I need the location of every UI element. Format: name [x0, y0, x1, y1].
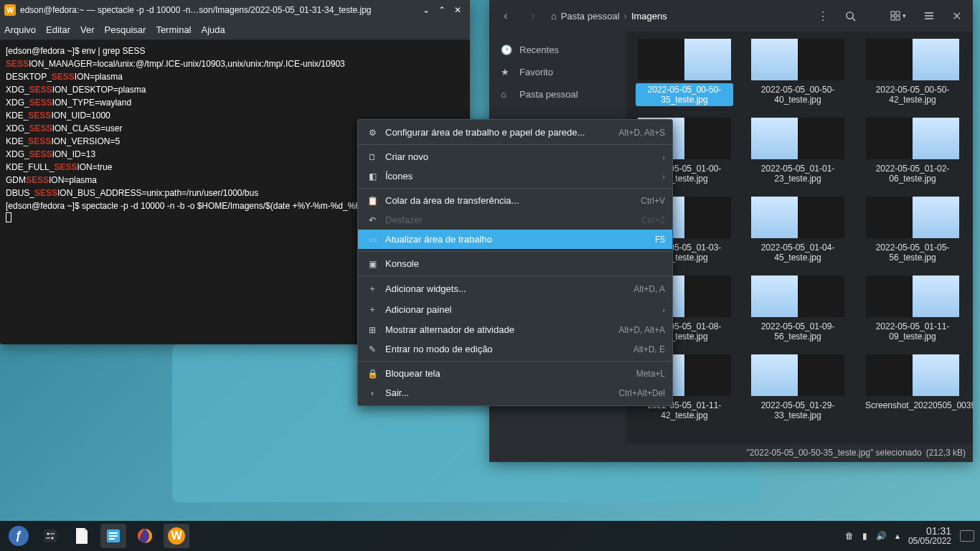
sidebar-item[interactable]: 🕑Recentes: [489, 39, 626, 61]
menu-view[interactable]: Ver: [80, 24, 95, 35]
menu-item-label: Atualizar área de trabalho: [385, 234, 655, 245]
task-text-editor[interactable]: [69, 524, 95, 548]
search-button[interactable]: [838, 4, 862, 27]
fm-close-button[interactable]: ✕: [944, 4, 969, 27]
context-menu-item: ↶DesfazerCtrl+Z: [358, 210, 672, 230]
file-label: 2022-05-05_01-01-23_teste.jpg: [749, 162, 847, 185]
menu-item-label: Ícones: [385, 171, 662, 182]
sidebar-item[interactable]: ★Favorito: [489, 61, 626, 83]
context-menu-item[interactable]: ＋Adicionar painel›: [358, 299, 672, 320]
chevron-right-icon: ›: [662, 172, 665, 181]
file-item[interactable]: Screenshot_20220505_003954.: [859, 352, 966, 425]
menu-item-label: Adicionar painel: [385, 304, 662, 315]
menu-item-icon: ＋: [365, 303, 380, 316]
file-item[interactable]: 2022-05-05_01-04-45_teste.jpg: [746, 194, 849, 267]
menu-item-icon: 🗋: [365, 152, 380, 162]
svg-rect-16: [109, 535, 118, 537]
svg-rect-15: [109, 532, 118, 534]
file-thumbnail: [751, 354, 844, 396]
menu-search[interactable]: Pesquisar: [105, 24, 146, 35]
konsole-icon: W: [168, 527, 185, 545]
file-thumbnail: [751, 118, 844, 159]
taskbar: ƒ W 🗑 ▮ 🔊 ▴ 01:31 05/05/2022: [0, 521, 980, 551]
crumb-images[interactable]: Imagens: [631, 11, 667, 22]
task-system-settings[interactable]: [37, 524, 63, 548]
context-menu-item[interactable]: ＋Adicionar widgets...Alt+D, A: [358, 278, 672, 299]
file-item[interactable]: 2022-05-05_01-02-06_teste.jpg: [859, 115, 966, 188]
file-item[interactable]: 2022-05-05_01-29-33_teste.jpg: [746, 352, 849, 425]
file-item[interactable]: 2022-05-05_00-50-42_teste.jpg: [859, 36, 966, 109]
context-menu-item[interactable]: 📋Colar da área de transferência...Ctrl+V: [358, 191, 672, 210]
menu-button[interactable]: ⋮: [811, 4, 835, 27]
menu-item-shortcut: Ctrl+V: [641, 196, 665, 206]
menu-item-shortcut: Alt+D, Alt+A: [618, 325, 665, 335]
menu-edit[interactable]: Editar: [46, 24, 70, 35]
context-menu-item[interactable]: ◧Ícones›: [358, 166, 672, 186]
minimize-icon[interactable]: ⌄: [418, 2, 434, 18]
crumb-home[interactable]: Pasta pessoal: [561, 11, 620, 22]
terminal-titlebar[interactable]: W edson@fedora:~ — spectacle -p -d 10000…: [0, 0, 470, 20]
icon-view-button[interactable]: ▾: [882, 4, 914, 27]
chevron-right-icon: ›: [662, 153, 665, 161]
sidebar-icon: ★: [501, 67, 512, 77]
task-dolphin[interactable]: [100, 524, 126, 548]
file-thumbnail: [751, 39, 844, 80]
fedora-icon: ƒ: [9, 526, 29, 546]
menu-item-label: Desfazer: [385, 215, 641, 225]
context-menu-item[interactable]: 🔒Bloquear telaMeta+L: [358, 364, 672, 383]
menu-item-icon: ▭: [365, 235, 380, 245]
file-item[interactable]: 2022-05-05_01-01-23_teste.jpg: [746, 115, 849, 188]
file-item[interactable]: 2022-05-05_00-50-40_teste.jpg: [746, 36, 849, 109]
task-konsole[interactable]: W: [164, 524, 189, 548]
svg-line-1: [852, 18, 855, 21]
tray-battery-icon[interactable]: ▮: [862, 531, 867, 541]
file-label: 2022-05-05_01-29-33_teste.jpg: [749, 399, 847, 422]
fm-content[interactable]: 2022-05-05_00-50-35_teste.jpg2022-05-05_…: [626, 32, 973, 443]
menu-help[interactable]: Ajuda: [202, 24, 225, 35]
file-item[interactable]: 2022-05-05_01-09-56_teste.jpg: [746, 273, 849, 346]
show-desktop-button[interactable]: [960, 530, 974, 542]
menu-item-icon: ⊞: [365, 325, 380, 335]
task-firefox[interactable]: [132, 524, 158, 548]
clock-date: 05/05/2022: [908, 536, 951, 546]
context-menu-item[interactable]: ▣Konsole: [358, 254, 672, 273]
menu-file[interactable]: Arquivo: [4, 24, 36, 35]
terminal-menubar: Arquivo Editar Ver Pesquisar Terminal Aj…: [0, 20, 470, 40]
menu-item-icon: ⚙: [365, 128, 380, 138]
svg-point-0: [846, 11, 852, 18]
sidebar-item[interactable]: ⌂Pasta pessoal: [489, 83, 626, 105]
back-button[interactable]: ‹: [494, 4, 518, 27]
context-menu-item[interactable]: ▭Atualizar área de trabalhoF5: [358, 230, 672, 249]
context-menu-item[interactable]: ⊞Mostrar alternador de atividadeAlt+D, A…: [358, 320, 672, 339]
list-view-button[interactable]: [917, 4, 941, 27]
file-item[interactable]: 2022-05-05_00-50-35_teste.jpg: [633, 36, 736, 109]
menu-item-icon: 📋: [365, 196, 380, 206]
file-label: 2022-05-05_00-50-42_teste.jpg: [862, 83, 963, 106]
sidebar-label: Favorito: [519, 67, 553, 77]
file-item[interactable]: 2022-05-05_01-11-09_teste.jpg: [859, 273, 966, 346]
tray-expand-icon[interactable]: ▴: [895, 531, 900, 541]
file-item[interactable]: 2022-05-05_01-05-56_teste.jpg: [859, 194, 966, 267]
breadcrumb: ⌂ Pasta pessoal › Imagens: [548, 11, 808, 22]
context-menu-item[interactable]: ✎Entrar no modo de ediçãoAlt+D, E: [358, 339, 672, 359]
menu-terminal[interactable]: Terminal: [156, 24, 191, 35]
status-size: (212,3 kB): [926, 448, 966, 458]
menu-item-icon: 🔒: [365, 369, 380, 379]
sidebar-icon: 🕑: [501, 44, 512, 55]
context-menu-item[interactable]: ⚙Configurar área de trabalho e papel de …: [358, 123, 672, 142]
forward-button[interactable]: ›: [521, 4, 545, 27]
menu-item-icon: ▣: [365, 259, 380, 269]
menu-item-label: Colar da área de transferência...: [385, 195, 641, 206]
file-thumbnail: [866, 197, 959, 238]
close-icon[interactable]: ✕: [450, 2, 466, 18]
menu-item-icon: ＋: [365, 283, 380, 295]
file-label: 2022-05-05_00-50-35_teste.jpg: [636, 83, 733, 106]
taskbar-clock[interactable]: 01:31 05/05/2022: [908, 526, 951, 546]
tray-trash-icon[interactable]: 🗑: [845, 531, 854, 541]
context-menu-item[interactable]: 🗋Criar novo›: [358, 147, 672, 166]
app-launcher[interactable]: ƒ: [6, 524, 32, 548]
context-menu-item[interactable]: ‹Sair...Ctrl+Alt+Del: [358, 383, 672, 402]
tray-volume-icon[interactable]: 🔊: [876, 531, 887, 541]
menu-item-shortcut: Alt+D, E: [633, 344, 665, 354]
maximize-icon[interactable]: ⌃: [434, 2, 450, 18]
